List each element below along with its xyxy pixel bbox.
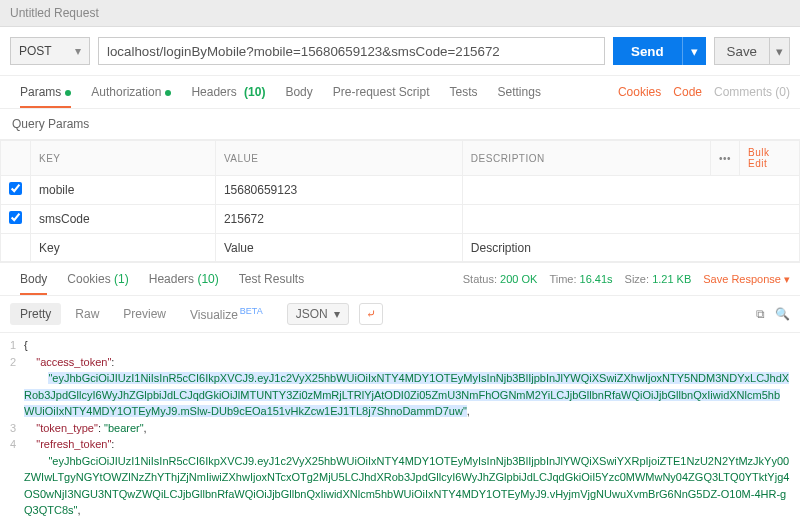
resp-tab-headers[interactable]: Headers (10) <box>139 264 229 294</box>
param-desc[interactable] <box>462 205 799 234</box>
copy-icon[interactable]: ⧉ <box>756 307 765 321</box>
view-raw[interactable]: Raw <box>65 303 109 325</box>
body-toolbar: Pretty Raw Preview VisualizeBETA JSON ▾ … <box>0 296 800 333</box>
row-checkbox[interactable] <box>9 182 22 195</box>
param-value[interactable]: 15680659123 <box>215 176 462 205</box>
query-params-title: Query Params <box>0 109 800 140</box>
chevron-down-icon: ▾ <box>75 44 81 58</box>
view-visualize[interactable]: VisualizeBETA <box>180 302 273 326</box>
tab-tests[interactable]: Tests <box>440 77 488 107</box>
param-desc[interactable] <box>462 176 799 205</box>
param-desc-placeholder[interactable]: Description <box>462 234 799 262</box>
link-comments[interactable]: Comments (0) <box>714 85 790 99</box>
method-label: POST <box>19 44 52 58</box>
send-dropdown[interactable]: ▾ <box>682 37 706 65</box>
tab-settings[interactable]: Settings <box>488 77 551 107</box>
resp-tab-tests[interactable]: Test Results <box>229 264 314 294</box>
view-pretty[interactable]: Pretty <box>10 303 61 325</box>
tab-body[interactable]: Body <box>275 77 322 107</box>
bulk-edit[interactable]: Bulk Edit <box>748 147 769 169</box>
tab-prerequest[interactable]: Pre-request Script <box>323 77 440 107</box>
response-body: 1{ 2 "access_token": "eyJhbGciOiJIUzI1Ni… <box>0 333 800 517</box>
param-key-placeholder[interactable]: Key <box>31 234 216 262</box>
format-select[interactable]: JSON ▾ <box>287 303 349 325</box>
table-row: Key Value Description <box>1 234 800 262</box>
request-tabs: Params Authorization Headers (10) Body P… <box>0 75 800 109</box>
dot-icon <box>165 90 171 96</box>
method-select[interactable]: POST ▾ <box>10 37 90 65</box>
save-button[interactable]: Save <box>714 37 770 65</box>
param-key[interactable]: mobile <box>31 176 216 205</box>
link-cookies[interactable]: Cookies <box>618 85 661 99</box>
url-input[interactable] <box>98 37 605 65</box>
chevron-down-icon: ▾ <box>334 307 340 321</box>
link-code[interactable]: Code <box>673 85 702 99</box>
save-dropdown[interactable]: ▾ <box>770 37 790 65</box>
col-value: VALUE <box>215 141 462 176</box>
tab-authorization[interactable]: Authorization <box>81 77 181 107</box>
col-key: KEY <box>31 141 216 176</box>
table-row: mobile 15680659123 <box>1 176 800 205</box>
param-value[interactable]: 215672 <box>215 205 462 234</box>
col-desc: DESCRIPTION <box>462 141 710 176</box>
request-title: Untitled Request <box>0 0 800 27</box>
param-value-placeholder[interactable]: Value <box>215 234 462 262</box>
tab-params[interactable]: Params <box>10 77 81 107</box>
param-key[interactable]: smsCode <box>31 205 216 234</box>
response-bar: Body Cookies (1) Headers (10) Test Resul… <box>0 262 800 296</box>
search-icon[interactable]: 🔍 <box>775 307 790 321</box>
wrap-icon[interactable]: ⤶ <box>359 303 383 325</box>
dot-icon <box>65 90 71 96</box>
tab-headers[interactable]: Headers (10) <box>181 77 275 107</box>
more-icon[interactable]: ••• <box>710 141 739 176</box>
query-params-table: KEY VALUE DESCRIPTION ••• Bulk Edit mobi… <box>0 140 800 262</box>
resp-tab-body[interactable]: Body <box>10 264 57 294</box>
resp-tab-cookies[interactable]: Cookies (1) <box>57 264 138 294</box>
view-preview[interactable]: Preview <box>113 303 176 325</box>
send-button[interactable]: Send <box>613 37 682 65</box>
request-row: POST ▾ Send ▾ Save ▾ <box>0 27 800 75</box>
save-response[interactable]: Save Response ▾ <box>703 273 790 286</box>
table-row: smsCode 215672 <box>1 205 800 234</box>
row-checkbox[interactable] <box>9 211 22 224</box>
